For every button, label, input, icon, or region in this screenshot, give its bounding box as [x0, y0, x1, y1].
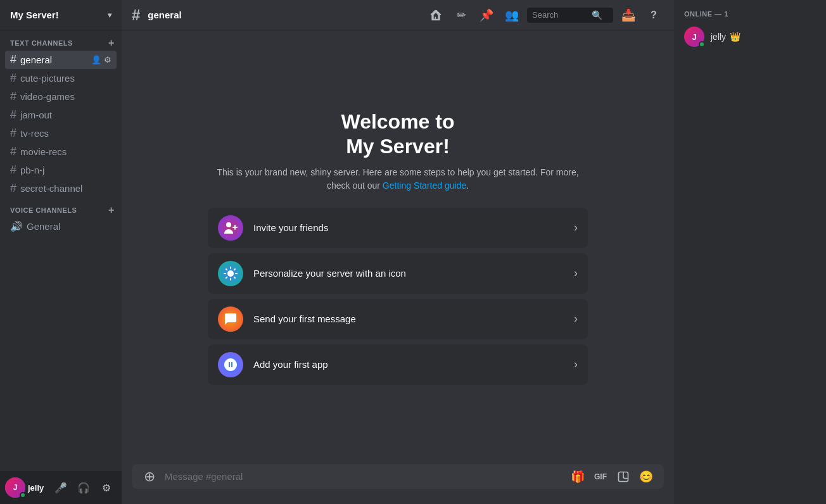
message-input-area: ⊕ 🎁 GIF 😊: [122, 464, 674, 504]
hash-icon: #: [10, 163, 16, 177]
invite-icon: [218, 215, 243, 241]
online-status-dot: [699, 41, 705, 47]
mute-button[interactable]: 🎤: [51, 477, 71, 498]
personalize-icon: [218, 261, 243, 286]
add-app-label: Add your first app: [253, 359, 564, 370]
members-icon[interactable]: 👥: [502, 5, 522, 25]
chevron-right-icon: ›: [574, 221, 578, 234]
channel-name: cute-pictures: [20, 73, 111, 84]
add-text-channel-button[interactable]: +: [106, 38, 117, 48]
svg-point-1: [227, 270, 234, 277]
header-actions: ✏ 📌 👥 🔍 📥 ?: [426, 5, 664, 25]
channel-action-icons: 👤 ⚙: [91, 55, 111, 65]
channel-item-pb-n-j[interactable]: # pb-n-j: [5, 161, 117, 179]
add-voice-channel-button[interactable]: +: [106, 205, 117, 215]
channel-item-general-voice[interactable]: 🔊 General: [5, 218, 117, 235]
channel-item-video-games[interactable]: # video-games: [5, 87, 117, 106]
member-avatar: J: [684, 27, 704, 47]
welcome-subtitle: This is your brand new, shiny server. He…: [208, 166, 588, 192]
channel-item-general[interactable]: # general 👤 ⚙: [5, 51, 117, 69]
channel-item-movie-recs[interactable]: # movie-recs: [5, 142, 117, 161]
message-input-wrapper: ⊕ 🎁 GIF 😊: [132, 464, 664, 489]
sticker-button[interactable]: [613, 467, 633, 487]
chat-area: Welcome to My Server! This is your brand…: [122, 30, 674, 464]
channel-hash-icon: #: [132, 6, 140, 24]
search-bar[interactable]: 🔍: [527, 8, 613, 23]
user-settings-button[interactable]: ⚙: [96, 477, 117, 498]
member-item-jelly[interactable]: J jelly 👑: [679, 23, 821, 51]
speaker-icon: 🔊: [10, 220, 23, 232]
chevron-right-icon: ›: [574, 267, 578, 280]
channel-item-tv-recs[interactable]: # tv-recs: [5, 124, 117, 142]
right-sidebar: ONLINE — 1 J jelly 👑: [674, 0, 826, 504]
deafen-button[interactable]: 🎧: [73, 477, 94, 498]
add-app-card[interactable]: Add your first app ›: [208, 344, 588, 385]
member-name: jelly 👑: [711, 32, 740, 42]
channel-name: jam-out: [20, 110, 111, 120]
action-cards: Invite your friends › Personalize your s…: [208, 208, 588, 385]
avatar: J: [5, 477, 25, 498]
search-icon: 🔍: [592, 10, 602, 20]
invite-friends-label: Invite your friends: [253, 222, 564, 233]
getting-started-link[interactable]: Getting Started guide: [383, 180, 466, 191]
send-message-label: Send your first message: [253, 313, 564, 324]
boost-icon[interactable]: [426, 5, 446, 25]
user-panel: J jelly 🎤 🎧 ⚙: [0, 471, 122, 504]
channel-name: general: [20, 54, 91, 65]
personalize-label: Personalize your server with an icon: [253, 268, 564, 279]
status-dot: [20, 492, 26, 498]
channel-header-name: general: [148, 9, 181, 20]
gift-button[interactable]: 🎁: [568, 467, 588, 487]
invite-friends-card[interactable]: Invite your friends ›: [208, 208, 588, 248]
help-icon[interactable]: ?: [644, 5, 664, 25]
hash-icon: #: [10, 108, 16, 122]
app-icon: [218, 352, 243, 377]
add-attachment-button[interactable]: ⊕: [139, 467, 160, 487]
message-actions: 🎁 GIF 😊: [568, 467, 656, 487]
hash-icon: #: [10, 90, 16, 103]
hash-icon: #: [10, 127, 16, 140]
channel-header: # general ✏ 📌 👥 🔍 📥 ?: [122, 0, 674, 30]
svg-point-0: [226, 222, 231, 227]
pin-icon[interactable]: 📌: [476, 5, 497, 25]
channel-item-cute-pictures[interactable]: # cute-pictures: [5, 69, 117, 87]
welcome-section: Welcome to My Server! This is your brand…: [208, 110, 588, 385]
text-channels-header[interactable]: TEXT CHANNELS +: [0, 35, 122, 51]
hash-icon: #: [10, 145, 16, 158]
emoji-button[interactable]: 😊: [636, 467, 656, 487]
search-input[interactable]: [532, 10, 589, 20]
message-input[interactable]: [165, 464, 562, 489]
server-name: My Server!: [10, 9, 59, 20]
channel-name: movie-recs: [20, 146, 111, 157]
channel-item-secret-channel[interactable]: # secret-channel: [5, 179, 117, 198]
channel-name: tv-recs: [20, 128, 111, 139]
settings-icon[interactable]: ⚙: [104, 55, 111, 65]
text-channels-label: TEXT CHANNELS: [10, 39, 73, 47]
channel-list: TEXT CHANNELS + # general 👤 ⚙ # cute-pic…: [0, 30, 122, 471]
inbox-icon[interactable]: 📥: [618, 5, 639, 25]
personalize-card[interactable]: Personalize your server with an icon ›: [208, 253, 588, 294]
user-controls: 🎤 🎧 ⚙: [51, 477, 117, 498]
send-message-card[interactable]: Send your first message ›: [208, 299, 588, 339]
user-info: jelly: [28, 483, 48, 493]
voice-channels-label: VOICE CHANNELS: [10, 206, 77, 214]
channel-name: General: [27, 221, 111, 232]
username: jelly: [28, 483, 48, 493]
message-icon: [218, 306, 243, 332]
gif-button[interactable]: GIF: [590, 467, 611, 487]
member-badge: 👑: [730, 32, 740, 42]
voice-channels-header[interactable]: VOICE CHANNELS +: [0, 203, 122, 218]
pencil-icon[interactable]: ✏: [451, 5, 471, 25]
server-header[interactable]: My Server! ▾: [0, 0, 122, 30]
voice-channels-section: VOICE CHANNELS + 🔊 General: [0, 203, 122, 235]
channel-item-jam-out[interactable]: # jam-out: [5, 106, 117, 124]
hash-icon: #: [10, 53, 16, 66]
hash-icon: #: [10, 72, 16, 85]
hash-icon: #: [10, 182, 16, 195]
chevron-right-icon: ›: [574, 358, 578, 371]
welcome-title: Welcome to My Server!: [208, 110, 588, 158]
chevron-right-icon: ›: [574, 312, 578, 325]
add-member-icon[interactable]: 👤: [91, 55, 101, 65]
online-count-label: ONLINE — 1: [679, 10, 821, 18]
chevron-down-icon: ▾: [108, 11, 111, 20]
